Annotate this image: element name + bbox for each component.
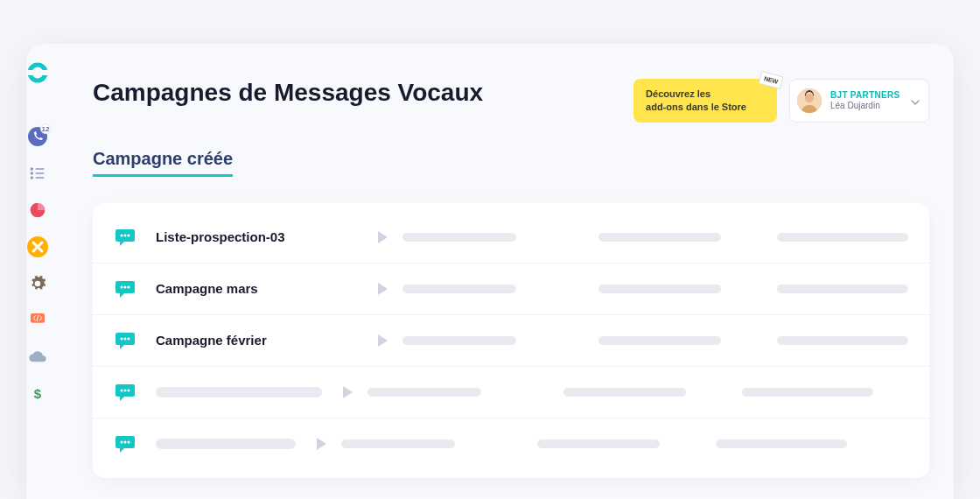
svg-rect-8 xyxy=(36,177,45,179)
sidebar-pie-icon[interactable] xyxy=(27,200,48,221)
placeholder-bar xyxy=(742,388,873,397)
svg-point-28 xyxy=(128,440,130,443)
svg-point-16 xyxy=(128,234,130,236)
app-logo-icon xyxy=(26,61,49,84)
table-row[interactable] xyxy=(93,418,929,469)
svg-point-5 xyxy=(31,172,33,174)
placeholder-bar xyxy=(598,233,721,242)
svg-point-18 xyxy=(124,285,127,288)
sidebar-phone-icon[interactable]: 12 xyxy=(27,126,48,147)
svg-point-21 xyxy=(124,337,127,340)
chat-bubble-icon xyxy=(114,381,136,404)
sidebar-cloud-icon[interactable] xyxy=(27,347,48,368)
svg-point-15 xyxy=(124,234,127,236)
sidebar-code-icon[interactable] xyxy=(27,310,48,331)
placeholder-bar xyxy=(341,439,455,448)
placeholder-bar xyxy=(368,388,481,397)
placeholder-bar xyxy=(777,285,908,293)
chat-bubble-icon xyxy=(114,278,136,300)
account-company: BJT PARTNERS xyxy=(830,90,900,101)
table-row[interactable]: Campagne mars xyxy=(93,264,929,315)
svg-point-19 xyxy=(128,285,130,288)
campaign-name: Campagne mars xyxy=(156,281,357,296)
svg-rect-6 xyxy=(36,172,45,174)
placeholder-bar xyxy=(402,285,516,293)
sidebar-gear-icon[interactable] xyxy=(27,273,48,294)
svg-point-3 xyxy=(31,167,33,170)
table-row[interactable]: Campagne février xyxy=(93,315,929,367)
svg-point-25 xyxy=(128,389,130,391)
campaign-name: Liste-prospection-03 xyxy=(156,229,357,244)
svg-point-26 xyxy=(121,440,123,443)
avatar xyxy=(797,88,822,113)
placeholder-bar xyxy=(598,285,721,293)
promo-line1: Découvrez les xyxy=(646,88,710,99)
svg-rect-1 xyxy=(26,70,49,75)
placeholder-bar xyxy=(777,233,908,242)
play-button[interactable] xyxy=(341,385,354,399)
svg-point-7 xyxy=(31,176,33,179)
play-button[interactable] xyxy=(376,334,388,348)
play-button[interactable] xyxy=(376,282,388,296)
placeholder-bar xyxy=(716,439,847,448)
placeholder-bar xyxy=(564,388,686,397)
svg-point-14 xyxy=(121,234,123,236)
svg-text:$: $ xyxy=(34,386,42,401)
placeholder-bar xyxy=(777,336,908,345)
tab-campaign-created[interactable]: Campagne créée xyxy=(93,149,233,177)
svg-point-13 xyxy=(805,94,814,102)
page-title: Campagnes de Messages Vocaux xyxy=(93,79,483,107)
play-button[interactable] xyxy=(376,230,388,244)
svg-point-24 xyxy=(124,389,127,391)
svg-point-17 xyxy=(121,285,123,288)
play-button[interactable] xyxy=(315,437,327,451)
svg-point-20 xyxy=(121,337,123,340)
campaigns-card: Liste-prospection-03 Campagne mars xyxy=(93,203,929,478)
main-content: Campagnes de Messages Vocaux Découvrez l… xyxy=(49,44,954,499)
table-row[interactable] xyxy=(93,367,929,418)
campaign-name-placeholder xyxy=(156,387,322,397)
sidebar-dollar-icon[interactable]: $ xyxy=(27,383,48,404)
sidebar-tools-icon[interactable] xyxy=(27,236,48,257)
svg-point-22 xyxy=(128,337,130,340)
chevron-down-icon xyxy=(911,93,920,109)
header-right: Découvrez les add-ons dans le Store NEW … xyxy=(634,79,929,123)
campaign-name-placeholder xyxy=(156,439,296,449)
promo-line2: add-ons dans le Store xyxy=(646,102,746,112)
promo-ribbon: NEW xyxy=(758,71,783,90)
table-row[interactable]: Liste-prospection-03 xyxy=(93,212,929,264)
phone-badge: 12 xyxy=(40,123,51,134)
sidebar: 12 $ xyxy=(26,44,49,499)
account-user: Léa Dujardin xyxy=(830,101,900,111)
account-selector[interactable]: BJT PARTNERS Léa Dujardin xyxy=(789,79,929,123)
placeholder-bar xyxy=(537,439,660,448)
svg-point-23 xyxy=(121,389,123,391)
svg-point-27 xyxy=(124,440,127,443)
chat-bubble-icon xyxy=(114,226,136,249)
placeholder-bar xyxy=(402,336,516,345)
placeholder-bar xyxy=(402,233,516,242)
svg-rect-4 xyxy=(36,168,45,170)
app-frame: 12 $ Campagnes de Messages Vocaux xyxy=(26,44,954,499)
campaign-name: Campagne février xyxy=(156,333,357,348)
sidebar-list-icon[interactable] xyxy=(27,163,48,184)
placeholder-bar xyxy=(598,336,721,345)
header: Campagnes de Messages Vocaux Découvrez l… xyxy=(93,79,929,123)
chat-bubble-icon xyxy=(114,329,136,352)
account-text: BJT PARTNERS Léa Dujardin xyxy=(830,90,900,111)
promo-banner[interactable]: Découvrez les add-ons dans le Store NEW xyxy=(634,79,777,123)
chat-bubble-icon xyxy=(114,432,136,455)
